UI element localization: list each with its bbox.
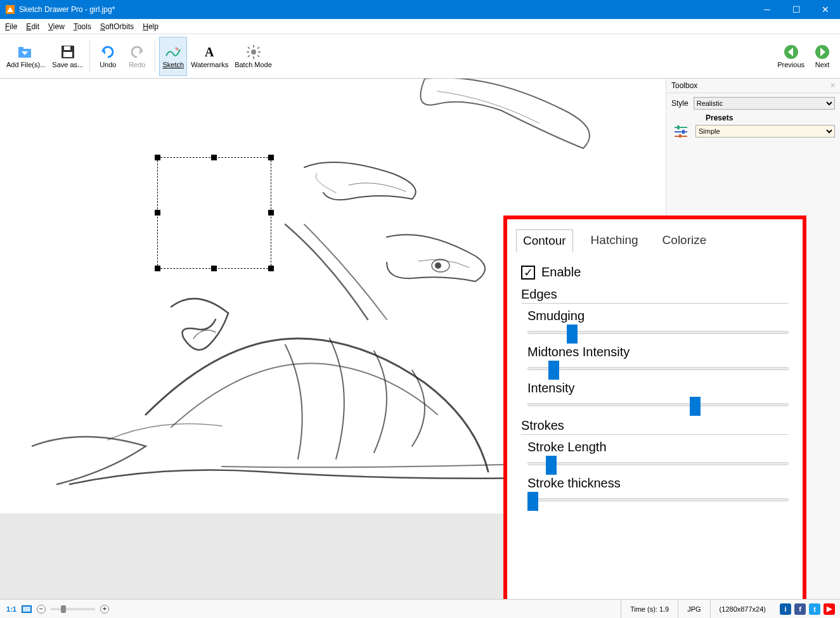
sketch-button[interactable]: Sketch — [159, 37, 187, 76]
resize-handle-nw[interactable] — [155, 155, 160, 160]
batch-mode-button[interactable]: Batch Mode — [232, 37, 275, 76]
sketch-icon — [164, 43, 182, 61]
resize-handle-ne[interactable] — [268, 155, 274, 160]
svg-rect-10 — [247, 51, 249, 53]
previous-icon — [782, 43, 800, 61]
status-bar: 1:1 − + Time (s): 1.9 JPG (1280x877x24) … — [0, 599, 840, 618]
watermarks-label: Watermarks — [191, 61, 228, 69]
svg-rect-23 — [682, 130, 685, 134]
selection-rectangle[interactable] — [157, 157, 271, 269]
menu-softorbits[interactable]: SoftOrbits — [100, 22, 134, 31]
zoom-in-button[interactable]: + — [100, 605, 109, 614]
save-icon — [59, 43, 77, 61]
tab-hatching[interactable]: Hatching — [585, 229, 645, 252]
svg-rect-21 — [677, 126, 680, 129]
resize-handle-e[interactable] — [268, 210, 274, 216]
zoom-slider[interactable] — [51, 608, 95, 610]
fit-to-screen-icon[interactable] — [22, 605, 32, 613]
batch-mode-label: Batch Mode — [235, 61, 272, 69]
menu-edit[interactable]: Edit — [26, 22, 39, 31]
midtones-intensity-slider[interactable] — [527, 361, 789, 376]
style-select[interactable]: Realistic — [694, 97, 835, 110]
resize-handle-w[interactable] — [155, 210, 160, 216]
svg-rect-5 — [63, 52, 72, 57]
redo-button[interactable]: Redo — [123, 37, 151, 76]
previous-label: Previous — [777, 61, 804, 69]
svg-rect-2 — [18, 47, 23, 49]
close-button[interactable]: ✕ — [811, 0, 840, 19]
resize-handle-s[interactable] — [211, 266, 217, 271]
social-facebook-icon[interactable]: f — [794, 603, 806, 615]
watermarks-button[interactable]: A Watermarks — [188, 37, 231, 76]
midtones-intensity-label: Midtones Intensity — [527, 345, 789, 359]
svg-rect-13 — [257, 55, 259, 58]
window-title: Sketch Drawer Pro - girl.jpg* — [19, 5, 753, 14]
svg-rect-11 — [258, 51, 261, 53]
social-info-icon[interactable]: i — [780, 603, 791, 615]
svg-rect-4 — [64, 46, 70, 50]
svg-rect-12 — [247, 47, 250, 49]
enable-label: Enable — [541, 265, 581, 280]
social-youtube-icon[interactable]: ▶ — [824, 603, 835, 615]
panel-tabs: Contour Hatching Colorize — [507, 219, 803, 257]
next-label: Next — [815, 61, 830, 69]
intensity-label: Intensity — [527, 381, 789, 396]
save-as-button[interactable]: Save as... — [49, 37, 86, 76]
resize-handle-n[interactable] — [211, 155, 217, 160]
undo-button[interactable]: Undo — [94, 37, 122, 76]
svg-text:A: A — [205, 45, 214, 59]
social-twitter-icon[interactable]: t — [809, 603, 820, 615]
zoom-ratio[interactable]: 1:1 — [6, 605, 16, 613]
stroke-length-slider[interactable] — [527, 456, 789, 471]
status-format: JPG — [678, 600, 709, 618]
redo-label: Redo — [129, 61, 145, 69]
svg-rect-9 — [253, 56, 254, 59]
minimize-button[interactable]: ─ — [753, 0, 782, 19]
next-button[interactable]: Next — [808, 37, 836, 76]
svg-rect-14 — [257, 47, 259, 49]
edges-group-title: Edges — [521, 287, 789, 302]
svg-rect-8 — [253, 45, 254, 48]
stroke-thickness-label: Stroke thickness — [527, 476, 789, 491]
next-icon — [813, 43, 831, 61]
save-as-label: Save as... — [52, 61, 83, 69]
tab-contour[interactable]: Contour — [516, 229, 573, 252]
svg-point-18 — [432, 259, 449, 272]
svg-rect-25 — [679, 134, 682, 138]
contour-settings-panel: Contour Hatching Colorize ✓ Enable Edges… — [503, 216, 806, 599]
status-time: Time (s): 1.9 — [621, 600, 678, 618]
zoom-out-button[interactable]: − — [37, 605, 46, 614]
stroke-thickness-slider[interactable] — [527, 492, 789, 507]
previous-button[interactable]: Previous — [775, 37, 807, 76]
smudging-label: Smudging — [527, 309, 789, 323]
menu-file[interactable]: File — [5, 22, 17, 31]
watermarks-icon: A — [201, 43, 219, 61]
redo-icon — [128, 43, 146, 61]
preset-select[interactable]: Simple — [695, 125, 835, 138]
menu-help[interactable]: Help — [143, 22, 158, 31]
toolbox-close-icon[interactable]: × — [830, 81, 835, 90]
workspace: Toolbox × Style Realistic Presets Simple… — [0, 79, 840, 599]
resize-handle-sw[interactable] — [155, 266, 160, 271]
enable-checkbox[interactable]: ✓ — [521, 266, 535, 280]
menu-bar: File Edit View Tools SoftOrbits Help — [0, 19, 840, 34]
menu-tools[interactable]: Tools — [74, 22, 91, 31]
maximize-button[interactable]: ☐ — [782, 0, 811, 19]
undo-icon — [99, 43, 117, 61]
svg-point-19 — [435, 262, 441, 269]
style-label: Style — [671, 99, 688, 108]
toolbar: Add File(s)... Save as... Undo Redo Sket… — [0, 34, 840, 79]
svg-rect-15 — [247, 55, 250, 58]
add-files-icon — [17, 43, 35, 61]
resize-handle-se[interactable] — [268, 266, 274, 271]
app-icon — [5, 4, 15, 15]
add-files-button[interactable]: Add File(s)... — [4, 37, 48, 76]
sketch-label: Sketch — [162, 61, 184, 69]
menu-view[interactable]: View — [48, 22, 65, 31]
smudging-slider[interactable] — [527, 325, 789, 340]
undo-label: Undo — [100, 61, 116, 69]
intensity-slider[interactable] — [527, 397, 789, 412]
presets-config-icon[interactable] — [671, 124, 690, 139]
add-files-label: Add File(s)... — [6, 61, 46, 69]
tab-colorize[interactable]: Colorize — [656, 229, 713, 252]
